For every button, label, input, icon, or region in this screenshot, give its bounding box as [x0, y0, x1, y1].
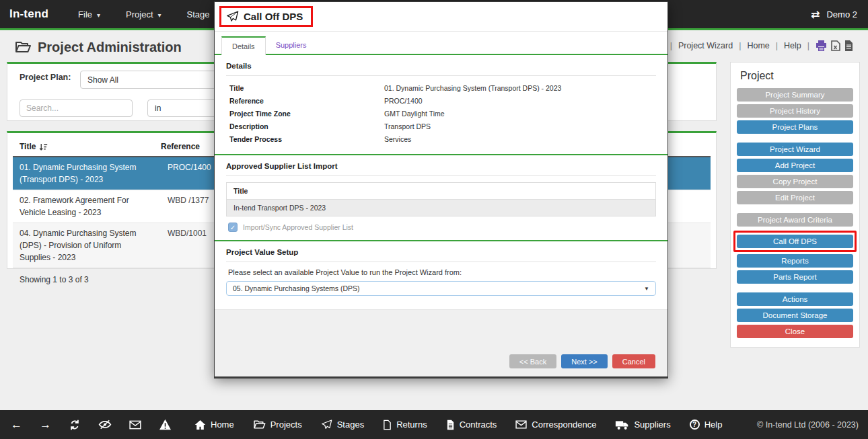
sort-icon[interactable]: [39, 143, 48, 151]
sidebar-button-project-plans[interactable]: Project Plans: [737, 120, 853, 134]
field-value: 01. Dynamic Purchasing System (Transport…: [384, 82, 561, 95]
field-row: Reference PROC/1400: [226, 95, 656, 108]
nav-returns[interactable]: Returns: [383, 420, 427, 430]
utility-icons: ← →: [11, 418, 172, 432]
nav-projects[interactable]: Projects: [253, 420, 302, 430]
nav-home[interactable]: Home: [194, 420, 234, 430]
project-value-select[interactable]: 05. Dynamic Purchasing Systems (DPS) ▼: [226, 281, 656, 296]
sidebar-button-document-storage[interactable]: Document Storage: [737, 309, 853, 322]
tab-details[interactable]: Details: [221, 36, 266, 55]
row-title: 01. Dynamic Purchasing System (Transport…: [13, 157, 161, 190]
supplier-table-value[interactable]: In-tend Transport DPS - 2023: [227, 200, 655, 216]
copyright-text: © In-tend Ltd (2006 - 2023): [757, 420, 859, 430]
sidebar-button-actions[interactable]: Actions: [737, 292, 853, 306]
link-help[interactable]: Help: [784, 41, 801, 50]
modal-tabs: Details Suppliers: [215, 32, 667, 55]
printer-icon[interactable]: [816, 40, 827, 51]
column-title[interactable]: Title: [20, 142, 161, 151]
contract-doc-icon: [446, 420, 455, 430]
field-label: Reference: [226, 95, 384, 108]
supplier-import-heading: Approved Supplier List Import: [226, 162, 656, 176]
details-fields: Title 01. Dynamic Purchasing System (Tra…: [226, 76, 656, 146]
project-value-setup-heading: Project Value Setup: [226, 248, 656, 262]
sidebar-button-close[interactable]: Close: [737, 325, 853, 338]
bottom-nav-bar: ← → Home Projects: [0, 410, 868, 439]
menu-file[interactable]: File: [69, 9, 110, 19]
bottom-nav-items: Home Projects Stages Returns Contracts C…: [194, 420, 722, 430]
page-icon: [383, 420, 392, 430]
field-value: Services: [384, 133, 411, 146]
user-label: Demo 2: [826, 9, 857, 19]
open-folder-icon: [15, 40, 31, 54]
details-heading: Details: [226, 62, 656, 76]
back-button[interactable]: << Back: [509, 354, 556, 368]
divider: [668, 41, 674, 50]
envelope-icon[interactable]: [129, 420, 141, 430]
nav-stages[interactable]: Stages: [321, 420, 364, 430]
sidebar-button-edit-project[interactable]: Edit Project: [737, 191, 853, 204]
modal-buttons: << Back Next >> Cancel: [509, 354, 655, 368]
sidebar-button-copy-project[interactable]: Copy Project: [737, 175, 853, 188]
call-off-dps-modal: Call Off DPS Details Suppliers Details T…: [214, 1, 668, 378]
row-title: 04. Dynamic Purchasing System (DPS) - Pr…: [13, 223, 161, 268]
modal-header: Call Off DPS: [215, 2, 667, 32]
excel-document-icon[interactable]: [831, 40, 840, 51]
modal-footer: << Back Next >> Cancel: [215, 309, 667, 376]
envelope-icon: [515, 420, 527, 429]
next-button[interactable]: Next >>: [561, 354, 608, 368]
modal-title: Call Off DPS: [244, 11, 303, 22]
project-value-prompt: Please select an available Project Value…: [226, 262, 656, 281]
field-row: Tender Process Services: [226, 133, 656, 146]
truck-icon: [615, 420, 629, 430]
sidebar-button-project-summary[interactable]: Project Summary: [737, 88, 853, 102]
field-value: GMT Daylight Time: [384, 108, 445, 120]
paper-plane-icon: [321, 420, 332, 430]
page-title: Project Administration: [38, 40, 182, 55]
nav-help[interactable]: Help: [690, 420, 723, 430]
field-row: Description Transport DPS: [226, 120, 656, 133]
sidebar-button-project-wizard[interactable]: Project Wizard: [737, 143, 853, 156]
link-project-wizard[interactable]: Project Wizard: [678, 41, 733, 50]
refresh-icon[interactable]: [69, 419, 81, 431]
project-plan-label: Project Plan:: [20, 72, 73, 83]
tab-suppliers[interactable]: Suppliers: [266, 36, 317, 54]
back-icon[interactable]: ←: [11, 418, 22, 432]
sidebar-title: Project: [731, 63, 859, 88]
field-value: PROC/1400: [384, 95, 423, 108]
sidebar-button-reports[interactable]: Reports: [737, 254, 853, 268]
project-value-selected-option: 05. Dynamic Purchasing Systems (DPS): [233, 284, 359, 292]
page-title-wrap: Project Administration: [15, 40, 182, 55]
import-sync-checkbox[interactable]: [228, 223, 238, 232]
document-icon[interactable]: [844, 40, 853, 51]
nav-suppliers[interactable]: Suppliers: [615, 420, 670, 430]
eye-slash-icon[interactable]: [98, 419, 112, 430]
import-sync-row: Import/Sync Approved Supplier List: [226, 223, 656, 232]
search-input[interactable]: [20, 99, 133, 117]
chevron-down-icon: ▼: [644, 286, 649, 292]
cancel-button[interactable]: Cancel: [612, 354, 655, 368]
call-off-dps-highlight-box: Call Off DPS: [733, 231, 857, 252]
forward-icon[interactable]: →: [40, 418, 51, 432]
warning-icon[interactable]: [159, 419, 172, 430]
sidebar-button-add-project[interactable]: Add Project: [737, 159, 853, 172]
supplier-table-header: Title: [227, 183, 655, 200]
help-icon: [690, 420, 700, 430]
swap-arrows-icon[interactable]: ⇄: [811, 8, 820, 21]
sidebar-button-project-history[interactable]: Project History: [737, 104, 853, 118]
field-row: Title 01. Dynamic Purchasing System (Tra…: [226, 82, 656, 95]
sidebar-button-project-award-criteria[interactable]: Project Award Criteria: [737, 213, 853, 227]
app-window: In-tend File Project Stage Contracts ⇄ D…: [0, 0, 868, 439]
details-section: Details Title 01. Dynamic Purchasing Sys…: [215, 55, 667, 151]
sidebar-buttons: Project Summary Project History Project …: [731, 88, 859, 341]
nav-contracts[interactable]: Contracts: [446, 420, 497, 430]
link-home[interactable]: Home: [747, 41, 769, 50]
field-label: Title: [226, 82, 384, 95]
sidebar-button-call-off-dps[interactable]: Call Off DPS: [737, 235, 853, 248]
sidebar-button-parts-report[interactable]: Parts Report: [737, 270, 853, 284]
home-icon: [194, 420, 206, 430]
menu-project[interactable]: Project: [116, 9, 171, 19]
user-area[interactable]: ⇄ Demo 2: [811, 8, 857, 21]
field-label: Project Time Zone: [226, 108, 384, 120]
field-row: Project Time Zone GMT Daylight Time: [226, 108, 656, 120]
nav-correspondence[interactable]: Correspondence: [515, 420, 596, 430]
